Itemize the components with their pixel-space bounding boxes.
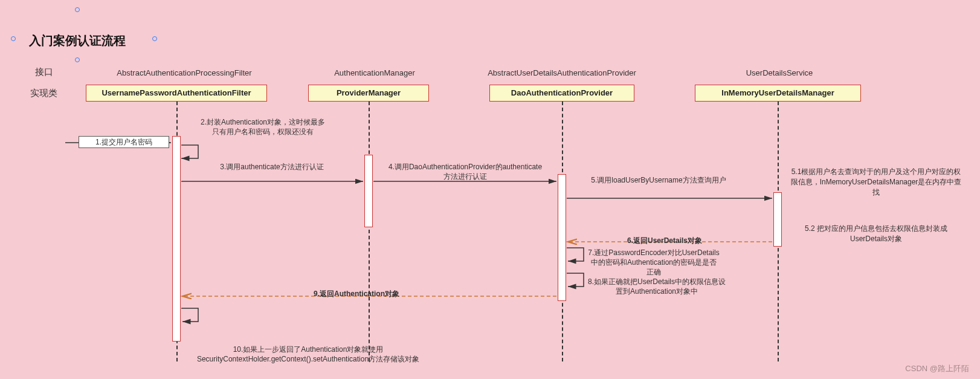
diagram-title: 入门案例认证流程	[29, 33, 126, 49]
activation-3	[558, 174, 566, 301]
note-5-2: 5.2 把对应的用户信息包括去权限信息封装成UserDetails对象	[788, 224, 964, 244]
msg-4: 4.调用DaoAuthenticationProvider的authentica…	[387, 162, 544, 181]
marker-circle	[11, 36, 16, 41]
msg-10: 10.如果上一步返回了Authentication对象就使用SecurityCo…	[175, 345, 441, 364]
msg-8: 8.如果正确就把UserDetails中的权限信息设置到Authenticati…	[587, 277, 726, 296]
label-impl: 实现类	[30, 88, 57, 99]
interface-label-3: AbstractUserDetailsAuthenticationProvide…	[477, 68, 646, 77]
activation-4	[773, 192, 782, 247]
marker-circle	[75, 57, 80, 62]
interface-label-2: AuthenticationManager	[320, 68, 429, 77]
class-box-2: ProviderManager	[308, 85, 429, 102]
msg-3: 3.调用authenticate方法进行认证	[218, 162, 326, 172]
msg-2: 2.封装Authentication对象，这时候最多只有用户名和密码，权限还没有	[199, 117, 326, 137]
msg-9: 9.返回Authentication对象	[290, 289, 423, 299]
class-box-4: InMemoryUserDetailsManager	[695, 85, 861, 102]
lifeline-2	[369, 102, 370, 361]
msg-6: 6.返回UserDetails对象	[604, 236, 725, 245]
msg-7: 7.通过PasswordEncoder对比UserDetails中的密码和Aut…	[587, 248, 720, 277]
note-5-1: 5.1根据用户名去查询对于的用户及这个用户对应的权限信息，InMemoryUse…	[788, 167, 964, 197]
activation-1	[172, 136, 181, 342]
interface-label-1: AbstractAuthenticationProcessingFilter	[109, 68, 260, 77]
class-box-3: DaoAuthenticationProvider	[489, 85, 634, 102]
watermark: CSDN @路上阡陌	[905, 363, 969, 374]
marker-circle	[152, 36, 157, 41]
label-interface: 接口	[35, 66, 53, 78]
msg-5: 5.调用loadUserByUsername方法查询用户	[580, 175, 737, 185]
marker-circle	[75, 7, 80, 12]
class-box-1: UsernamePasswordAuthenticationFilter	[86, 85, 267, 102]
activation-2	[364, 155, 373, 227]
msg-1: 1.提交用户名密码	[79, 136, 169, 148]
interface-label-4: UserDetailsService	[731, 68, 828, 77]
